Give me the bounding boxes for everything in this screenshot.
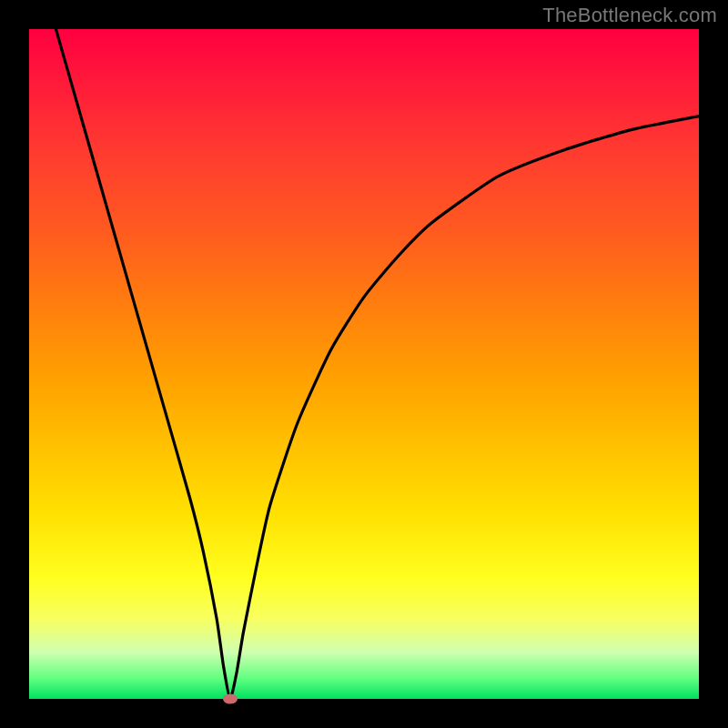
min-point-marker bbox=[223, 694, 238, 704]
watermark-text: TheBottleneck.com bbox=[542, 4, 717, 27]
bottleneck-curve bbox=[56, 29, 699, 699]
plot-area bbox=[29, 29, 699, 699]
curve-svg bbox=[29, 29, 699, 699]
chart-frame: TheBottleneck.com bbox=[0, 0, 728, 728]
